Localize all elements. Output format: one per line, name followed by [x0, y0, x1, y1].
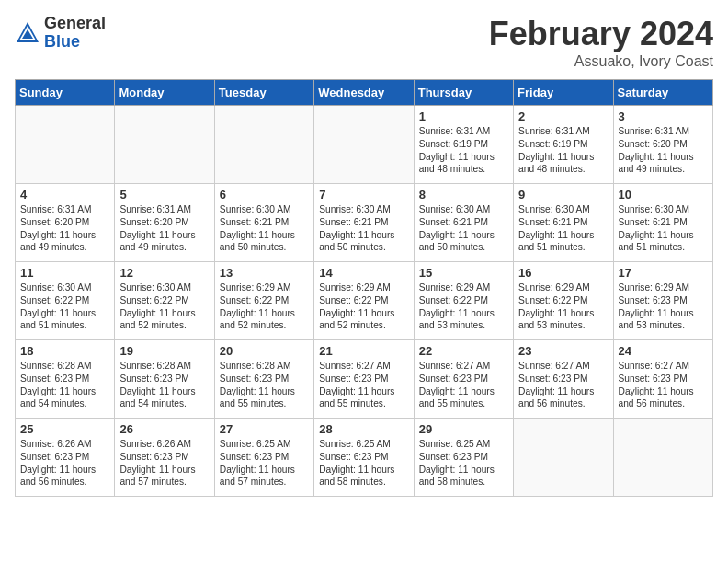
logo: General Blue [15, 15, 106, 52]
cell-content: Sunrise: 6:25 AMSunset: 6:23 PMDaylight:… [419, 438, 508, 488]
calendar-table: SundayMondayTuesdayWednesdayThursdayFrid… [15, 79, 713, 497]
day-of-week-header: Saturday [613, 80, 712, 106]
calendar-cell [214, 106, 313, 184]
calendar-cell [115, 106, 214, 184]
calendar-cell: 20Sunrise: 6:28 AMSunset: 6:23 PMDayligh… [214, 340, 313, 419]
day-number: 1 [419, 109, 508, 123]
cell-content: Sunrise: 6:27 AMSunset: 6:23 PMDaylight:… [518, 360, 608, 410]
calendar-cell: 1Sunrise: 6:31 AMSunset: 6:19 PMDaylight… [414, 106, 513, 184]
calendar-cell: 15Sunrise: 6:29 AMSunset: 6:22 PMDayligh… [414, 262, 513, 340]
calendar-cell: 3Sunrise: 6:31 AMSunset: 6:20 PMDaylight… [613, 106, 712, 184]
calendar-header: SundayMondayTuesdayWednesdayThursdayFrid… [16, 80, 713, 106]
cell-content: Sunrise: 6:28 AMSunset: 6:23 PMDaylight:… [20, 360, 109, 410]
day-number: 10 [619, 188, 708, 201]
calendar-cell: 26Sunrise: 6:26 AMSunset: 6:23 PMDayligh… [115, 419, 214, 497]
cell-content: Sunrise: 6:31 AMSunset: 6:20 PMDaylight:… [619, 125, 708, 176]
calendar-cell: 11Sunrise: 6:30 AMSunset: 6:22 PMDayligh… [16, 262, 115, 340]
logo-text: General Blue [44, 15, 106, 52]
day-number: 25 [20, 422, 109, 436]
day-number: 22 [419, 344, 508, 358]
calendar-cell [613, 419, 712, 497]
day-number: 4 [20, 188, 109, 201]
calendar-cell: 19Sunrise: 6:28 AMSunset: 6:23 PMDayligh… [115, 340, 214, 419]
cell-content: Sunrise: 6:30 AMSunset: 6:22 PMDaylight:… [119, 282, 209, 332]
cell-content: Sunrise: 6:29 AMSunset: 6:22 PMDaylight:… [319, 282, 408, 332]
calendar-cell: 28Sunrise: 6:25 AMSunset: 6:23 PMDayligh… [314, 419, 414, 497]
day-number: 28 [319, 422, 408, 436]
day-of-week-header: Thursday [414, 80, 513, 106]
calendar-cell: 9Sunrise: 6:30 AMSunset: 6:21 PMDaylight… [514, 184, 613, 262]
calendar-week-row: 4Sunrise: 6:31 AMSunset: 6:20 PMDaylight… [16, 184, 713, 262]
calendar-cell: 10Sunrise: 6:30 AMSunset: 6:21 PMDayligh… [613, 184, 712, 262]
day-number: 24 [619, 344, 708, 358]
day-number: 19 [119, 344, 209, 358]
calendar-cell [314, 106, 414, 184]
cell-content: Sunrise: 6:25 AMSunset: 6:23 PMDaylight:… [319, 438, 408, 488]
calendar-week-row: 1Sunrise: 6:31 AMSunset: 6:19 PMDaylight… [16, 106, 713, 184]
calendar-cell: 24Sunrise: 6:27 AMSunset: 6:23 PMDayligh… [613, 340, 712, 419]
day-number: 12 [119, 266, 209, 280]
cell-content: Sunrise: 6:29 AMSunset: 6:22 PMDaylight:… [220, 282, 309, 332]
calendar-cell: 4Sunrise: 6:31 AMSunset: 6:20 PMDaylight… [16, 184, 115, 262]
day-number: 17 [619, 266, 708, 280]
cell-content: Sunrise: 6:28 AMSunset: 6:23 PMDaylight:… [119, 360, 209, 410]
calendar-cell: 23Sunrise: 6:27 AMSunset: 6:23 PMDayligh… [514, 340, 613, 419]
calendar-cell: 12Sunrise: 6:30 AMSunset: 6:22 PMDayligh… [115, 262, 214, 340]
calendar-cell: 29Sunrise: 6:25 AMSunset: 6:23 PMDayligh… [414, 419, 513, 497]
cell-content: Sunrise: 6:30 AMSunset: 6:21 PMDaylight:… [220, 203, 309, 254]
day-number: 18 [20, 344, 109, 358]
calendar-cell: 7Sunrise: 6:30 AMSunset: 6:21 PMDaylight… [314, 184, 414, 262]
cell-content: Sunrise: 6:30 AMSunset: 6:21 PMDaylight:… [419, 203, 508, 254]
cell-content: Sunrise: 6:31 AMSunset: 6:20 PMDaylight:… [20, 203, 109, 254]
calendar-body: 1Sunrise: 6:31 AMSunset: 6:19 PMDaylight… [16, 106, 713, 497]
calendar-cell: 25Sunrise: 6:26 AMSunset: 6:23 PMDayligh… [16, 419, 115, 497]
logo-blue: Blue [44, 33, 106, 52]
location: Assuako, Ivory Coast [489, 53, 713, 70]
calendar-cell: 22Sunrise: 6:27 AMSunset: 6:23 PMDayligh… [414, 340, 513, 419]
day-number: 2 [518, 109, 608, 123]
cell-content: Sunrise: 6:30 AMSunset: 6:21 PMDaylight:… [518, 203, 608, 254]
day-number: 7 [319, 188, 408, 201]
calendar-week-row: 18Sunrise: 6:28 AMSunset: 6:23 PMDayligh… [16, 340, 713, 419]
calendar-cell: 16Sunrise: 6:29 AMSunset: 6:22 PMDayligh… [514, 262, 613, 340]
cell-content: Sunrise: 6:29 AMSunset: 6:22 PMDaylight:… [518, 282, 608, 332]
day-of-week-header: Monday [115, 80, 214, 106]
logo-general: General [44, 15, 106, 33]
cell-content: Sunrise: 6:26 AMSunset: 6:23 PMDaylight:… [20, 438, 109, 488]
day-number: 6 [220, 188, 309, 201]
calendar-cell: 18Sunrise: 6:28 AMSunset: 6:23 PMDayligh… [16, 340, 115, 419]
cell-content: Sunrise: 6:31 AMSunset: 6:19 PMDaylight:… [518, 125, 608, 176]
cell-content: Sunrise: 6:30 AMSunset: 6:21 PMDaylight:… [319, 203, 408, 254]
logo-icon [15, 20, 40, 46]
day-number: 20 [220, 344, 309, 358]
cell-content: Sunrise: 6:27 AMSunset: 6:23 PMDaylight:… [619, 360, 708, 410]
calendar-cell [16, 106, 115, 184]
day-number: 14 [319, 266, 408, 280]
day-number: 13 [220, 266, 309, 280]
cell-content: Sunrise: 6:30 AMSunset: 6:22 PMDaylight:… [20, 282, 109, 332]
month-year: February 2024 [489, 15, 713, 53]
day-number: 29 [419, 422, 508, 436]
cell-content: Sunrise: 6:25 AMSunset: 6:23 PMDaylight:… [220, 438, 309, 488]
page-header: General Blue February 2024 Assuako, Ivor… [15, 15, 713, 70]
cell-content: Sunrise: 6:26 AMSunset: 6:23 PMDaylight:… [119, 438, 209, 488]
calendar-cell: 6Sunrise: 6:30 AMSunset: 6:21 PMDaylight… [214, 184, 313, 262]
calendar-cell: 5Sunrise: 6:31 AMSunset: 6:20 PMDaylight… [115, 184, 214, 262]
day-of-week-header: Sunday [16, 80, 115, 106]
day-number: 16 [518, 266, 608, 280]
cell-content: Sunrise: 6:29 AMSunset: 6:23 PMDaylight:… [619, 282, 708, 332]
calendar-cell: 21Sunrise: 6:27 AMSunset: 6:23 PMDayligh… [314, 340, 414, 419]
calendar-week-row: 25Sunrise: 6:26 AMSunset: 6:23 PMDayligh… [16, 419, 713, 497]
day-number: 5 [119, 188, 209, 201]
day-of-week-header: Tuesday [214, 80, 313, 106]
calendar-cell: 27Sunrise: 6:25 AMSunset: 6:23 PMDayligh… [214, 419, 313, 497]
cell-content: Sunrise: 6:27 AMSunset: 6:23 PMDaylight:… [419, 360, 508, 410]
day-number: 23 [518, 344, 608, 358]
calendar-week-row: 11Sunrise: 6:30 AMSunset: 6:22 PMDayligh… [16, 262, 713, 340]
day-of-week-header: Friday [514, 80, 613, 106]
cell-content: Sunrise: 6:28 AMSunset: 6:23 PMDaylight:… [220, 360, 309, 410]
header-row: SundayMondayTuesdayWednesdayThursdayFrid… [16, 80, 713, 106]
cell-content: Sunrise: 6:27 AMSunset: 6:23 PMDaylight:… [319, 360, 408, 410]
day-number: 15 [419, 266, 508, 280]
cell-content: Sunrise: 6:29 AMSunset: 6:22 PMDaylight:… [419, 282, 508, 332]
